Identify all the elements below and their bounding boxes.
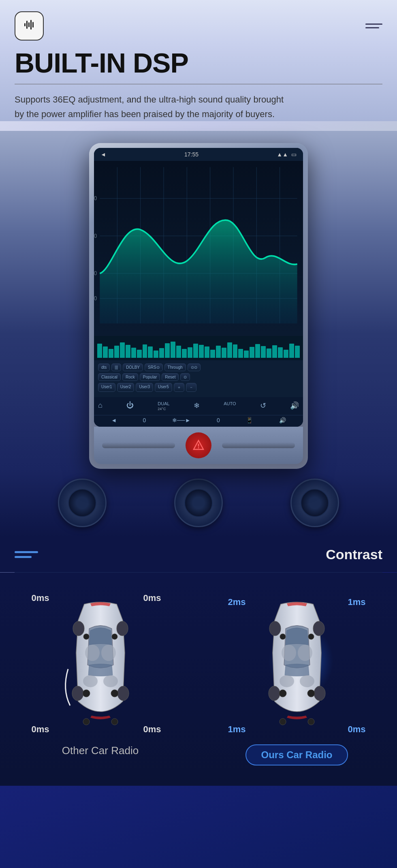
eq-user5-btn[interactable]: User5: [155, 383, 172, 392]
svg-point-30: [72, 686, 83, 701]
left-car-label: Other Car Radio: [62, 744, 139, 757]
contrast-line-1: [15, 551, 38, 553]
back-icon[interactable]: ◄: [100, 151, 106, 158]
svg-point-49: [280, 634, 286, 639]
eq-user1-btn[interactable]: User1: [98, 383, 115, 392]
right-car-timing-bottom-left: 1ms: [228, 724, 246, 735]
svg-point-44: [300, 675, 314, 687]
refresh-icon[interactable]: ↺: [260, 401, 266, 411]
eq-reset-btn[interactable]: Reset: [162, 373, 179, 381]
screen-icon-1: ▲▲: [277, 151, 288, 158]
eq-user2-btn[interactable]: User2: [117, 383, 134, 392]
header: [0, 0, 397, 45]
svg-rect-0: [24, 23, 26, 26]
right-car-container: 2ms 1ms: [224, 585, 370, 765]
right-car-timing-top-left: 2ms: [228, 597, 246, 607]
left-car-timing-bottom-right: 0ms: [143, 724, 161, 735]
eq-classical-btn[interactable]: Classical: [98, 373, 121, 381]
screen-time: 17:55: [184, 151, 198, 158]
eq-popular-btn[interactable]: Popular: [140, 373, 160, 381]
hazard-button[interactable]: [186, 432, 211, 458]
device-screen: ◄ 17:55 ▲▲ ▭: [94, 148, 303, 427]
svg-point-29: [117, 621, 128, 636]
value-0-right: 0: [217, 417, 220, 423]
svg-text:0: 0: [94, 233, 97, 239]
svg-point-46: [313, 621, 324, 636]
svg-point-36: [83, 718, 90, 725]
svg-point-41: [282, 645, 296, 661]
speakers-row: [0, 469, 397, 537]
eq-dolby-btn[interactable]: DOLBY: [123, 363, 143, 371]
eq-row-1: dts ||| DOLBY SRS⊙ Through ⊙⊙: [98, 363, 299, 371]
eq-bars-btn[interactable]: |||: [111, 363, 121, 371]
device-hardware-bottom: [94, 427, 303, 464]
svg-point-35: [111, 690, 118, 697]
auto-label: AUTO: [224, 401, 236, 411]
svg-point-37: [111, 718, 118, 725]
value-0-left: 0: [143, 417, 146, 423]
eq-minus-btn[interactable]: －: [186, 383, 196, 392]
svg-rect-3: [30, 20, 32, 30]
eq-display: 10 0 -10 -20: [94, 161, 303, 336]
eq-rock-btn[interactable]: Rock: [122, 373, 138, 381]
hero-subtitle: Supports 36EQ adjustment, and the ultra-…: [15, 92, 290, 121]
speaker-2-inner: [184, 489, 213, 517]
eq-through-btn[interactable]: Through: [164, 363, 186, 371]
eq-power-btn[interactable]: ⊙: [180, 373, 190, 381]
eq-user3-btn[interactable]: User3: [136, 383, 153, 392]
device-frame: ◄ 17:55 ▲▲ ▭: [89, 143, 308, 469]
speaker-2: [174, 479, 223, 527]
svg-point-50: [308, 634, 314, 639]
left-car-timing-bottom-left: 0ms: [32, 724, 49, 735]
right-car-label-btn[interactable]: Ours Car Radio: [245, 744, 348, 765]
contrast-icon: [15, 551, 38, 558]
svg-point-32: [83, 634, 89, 639]
eq-srs-btn[interactable]: SRS⊙: [145, 363, 163, 371]
screen-bottom-row2: ◄ 0 ❄──► 0 📱 🔊: [94, 415, 303, 427]
speaker-1-inner: [68, 489, 96, 517]
menu-button[interactable]: [365, 24, 382, 28]
volume-icon[interactable]: 🔊: [290, 401, 299, 411]
eq-plus-btn[interactable]: ＋: [174, 383, 184, 392]
left-car-image: [60, 596, 141, 727]
volume2-icon[interactable]: 🔊: [279, 417, 286, 423]
right-car-image: [256, 596, 337, 727]
home-icon[interactable]: ⌂: [98, 401, 102, 411]
comparison-section: 0ms 0ms: [0, 573, 397, 786]
power-icon[interactable]: ⏻: [126, 401, 134, 411]
hamburger-line-1: [365, 24, 382, 25]
left-car-timing-top-right: 0ms: [143, 593, 161, 603]
eq-bars-row: [94, 336, 303, 360]
svg-point-25: [101, 645, 116, 661]
eq-dts-btn[interactable]: dts: [98, 363, 110, 371]
speaker-3-inner: [301, 489, 329, 517]
eq-dots-btn[interactable]: ⊙⊙: [188, 363, 201, 371]
contrast-line-2: [15, 556, 32, 558]
dual-label: DUAL24°C: [158, 401, 169, 411]
svg-point-47: [269, 686, 280, 701]
fan-icon[interactable]: ❄──►: [172, 417, 191, 423]
left-car-timing-box: 0ms 0ms: [32, 585, 169, 739]
right-car-timing-top-right: 1ms: [348, 597, 365, 607]
speaker-3: [290, 479, 339, 527]
svg-point-26: [83, 675, 98, 687]
svg-text:-20: -20: [94, 295, 97, 301]
screen-icon-2: ▭: [291, 151, 297, 158]
svg-point-45: [269, 621, 281, 636]
snowflake-icon[interactable]: ❄: [194, 401, 200, 411]
left-car-timing-top-left: 0ms: [32, 593, 49, 603]
svg-point-33: [112, 634, 117, 639]
right-car-timing-bottom-right: 0ms: [348, 724, 365, 735]
hamburger-line-2: [365, 27, 379, 28]
svg-rect-4: [32, 22, 34, 28]
svg-rect-2: [28, 22, 30, 27]
audio-icon: [21, 17, 37, 36]
svg-text:10: 10: [94, 195, 97, 202]
prev-icon[interactable]: ◄: [111, 417, 117, 423]
svg-text:-10: -10: [94, 270, 97, 277]
svg-point-51: [279, 690, 286, 697]
screen-bottom-controls: ⌂ ⏻ DUAL24°C ❄ AUTO ↺ 🔊: [94, 397, 303, 415]
phone-icon[interactable]: 📱: [246, 417, 253, 423]
logo: [15, 11, 44, 41]
contrast-label: Contrast: [326, 547, 382, 562]
